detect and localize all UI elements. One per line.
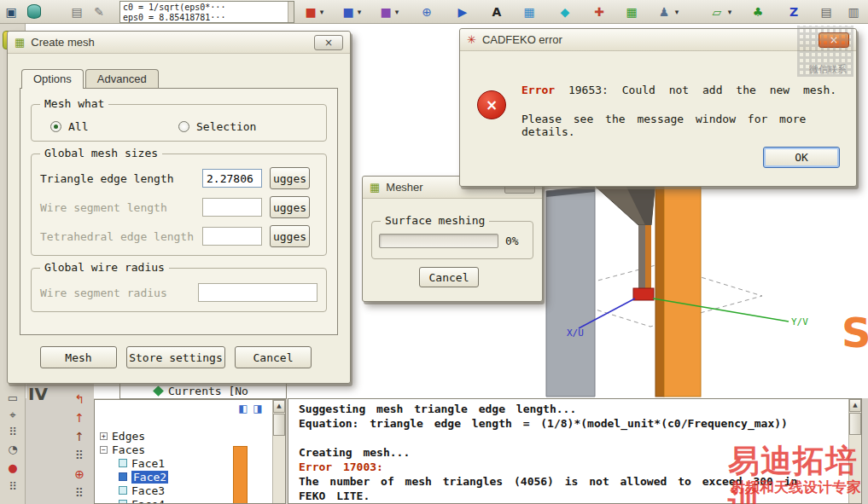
close-icon[interactable]: × — [818, 32, 849, 48]
tree-tool-icon[interactable]: ◧ — [237, 403, 249, 414]
redo-arrow-icon[interactable]: ↰ — [71, 391, 88, 408]
create-mesh-titlebar[interactable]: ▦ Create mesh × — [8, 32, 350, 54]
tree-tool-icon[interactable]: ◨ — [252, 403, 264, 414]
cancel-button[interactable]: Cancel — [235, 346, 312, 368]
tab-advanced[interactable]: Advanced — [85, 69, 159, 88]
chevron-down-icon[interactable]: ▾ — [725, 8, 734, 16]
currents-icon — [153, 385, 164, 397]
chevron-down-icon[interactable]: ▾ — [355, 8, 364, 16]
tree-item-face3[interactable]: Face3 — [100, 484, 285, 497]
workplane-icon[interactable]: ▱ — [708, 3, 725, 20]
dialog-title: Mesher — [386, 181, 422, 194]
wire-segment-length-input — [202, 198, 262, 217]
face-icon — [119, 459, 127, 467]
tree-item-face4[interactable]: Face4 — [100, 497, 285, 504]
error-icon: × — [477, 90, 506, 119]
error-titlebar[interactable]: ✳ CADFEKO error × — [460, 29, 856, 51]
collapse-icon[interactable]: − — [100, 446, 108, 454]
radio-selection[interactable]: Selection — [178, 120, 256, 133]
store-settings-button[interactable]: Store settings — [126, 346, 225, 368]
close-icon[interactable]: × — [314, 35, 343, 50]
axes-icon[interactable]: ✚ — [591, 3, 608, 20]
main-toolbar: ▣ ▤ ✎ c0 = 1/sqrt(eps0*··· eps0 = 8.8541… — [0, 0, 868, 24]
triangle-edge-length-input[interactable] — [202, 169, 262, 188]
up-arrow-icon[interactable]: ↑ — [71, 428, 88, 445]
user-icon[interactable]: ♟ — [655, 3, 673, 20]
wire-segment-radius-row: Wire segment radius — [40, 282, 317, 303]
up-arrow-icon[interactable]: ↑ — [71, 409, 88, 426]
add-point-icon[interactable]: ⊕ — [71, 466, 88, 483]
cadfeko-error-dialog: ✳ CADFEKO error × × Error 19653: Could n… — [459, 28, 857, 187]
tree-item-currents[interactable]: Currents [No — [119, 383, 287, 399]
dialog-title: CADFEKO error — [482, 33, 562, 46]
radio-button-icon[interactable] — [178, 121, 189, 132]
scroll-thumb[interactable] — [849, 413, 861, 435]
global-mesh-sizes-group: Global mesh sizes Triangle edge length u… — [31, 154, 327, 256]
tree-view-icon[interactable]: ♣ — [749, 3, 766, 20]
group-legend: Mesh what — [40, 97, 108, 110]
film-icon[interactable]: ▤ — [818, 3, 835, 20]
error-message-line1: Error 19653: Could not add the new mesh. — [521, 84, 836, 96]
group-legend: Surface meshing — [381, 214, 489, 227]
suggest-button[interactable]: ugges — [270, 225, 310, 247]
radio-button-icon[interactable] — [50, 121, 61, 132]
grid-dots-icon[interactable]: ⠿ — [5, 425, 20, 440]
mesh-dots-icon[interactable]: ⠿ — [71, 484, 88, 501]
cancel-button[interactable]: Cancel — [419, 267, 479, 287]
model-tree-panel: ◧ ◨ + Edges − Faces Face1 Face2 Face3 Fa… — [94, 399, 286, 504]
mesh-dots-icon[interactable]: ⠿ — [5, 479, 20, 495]
select-tool-icon[interactable]: ▭ — [5, 391, 20, 406]
chevron-down-icon[interactable]: ▾ — [317, 8, 326, 16]
tree-item-faces[interactable]: − Faces — [100, 443, 285, 456]
film-icon[interactable]: ▥ — [845, 3, 862, 20]
variables-scrollbar[interactable] — [288, 2, 294, 22]
wire-sphere-icon[interactable]: ⊕ — [418, 3, 435, 20]
error-message-line2: Please see the message window for more d… — [521, 113, 856, 138]
tree-label: Edges — [112, 430, 145, 443]
tree-item-face2[interactable]: Face2 — [100, 470, 285, 484]
z-axis-icon[interactable]: Z — [785, 3, 802, 20]
suggest-button[interactable]: ugges — [270, 167, 310, 189]
label-icon[interactable]: A — [488, 3, 505, 20]
tree-item-face1[interactable]: Face1 — [100, 456, 285, 470]
message-error-line: Error 17003: — [299, 460, 844, 474]
union-cube-icon[interactable]: ■ — [302, 3, 319, 20]
error-app-icon: ✳ — [467, 33, 476, 46]
scroll-up-icon[interactable]: ▲ — [849, 399, 861, 412]
chevron-down-icon[interactable]: ▾ — [673, 8, 681, 16]
message-scrollbar[interactable]: ▲ — [848, 399, 861, 503]
diamond-icon[interactable]: ◆ — [556, 3, 574, 20]
dialog-title: Create mesh — [31, 36, 94, 49]
cylinder-primitive-icon[interactable] — [27, 4, 41, 19]
edit-pencil-icon[interactable]: ✎ — [90, 3, 108, 20]
mesh-button[interactable]: Mesh — [40, 346, 117, 368]
axis-xu-label: X/U — [567, 327, 584, 339]
sketch-page-icon[interactable]: ▤ — [68, 3, 85, 20]
scroll-up-icon[interactable]: ▲ — [273, 400, 285, 413]
scroll-thumb[interactable] — [273, 414, 285, 436]
meshing-progress-bar — [379, 234, 498, 248]
target-tool-icon[interactable]: ⌖ — [5, 408, 20, 423]
app-icon[interactable]: ▣ — [3, 3, 20, 20]
subtract-cube-icon[interactable]: ■ — [340, 3, 357, 20]
suggest-button[interactable]: ugges — [270, 196, 310, 218]
variable-line-2: eps0 = 8.85418781··· — [123, 13, 285, 23]
ok-button[interactable]: OK — [763, 147, 840, 168]
rotate-tool-icon[interactable]: ◔ — [5, 442, 20, 457]
face-icon — [119, 472, 127, 481]
variables-display[interactable]: c0 = 1/sqrt(eps0*··· eps0 = 8.85418781··… — [119, 1, 294, 23]
ray-icon[interactable]: ▶ — [454, 3, 471, 20]
tree-scrollbar[interactable]: ▲ — [272, 400, 285, 503]
grid-dots-icon[interactable]: ⠿ — [71, 447, 88, 464]
tab-options[interactable]: Options — [21, 69, 84, 89]
message-line: Suggesting mesh triangle edge length... — [299, 402, 844, 416]
chevron-down-icon[interactable]: ▾ — [393, 8, 401, 16]
tree-item-edges[interactable]: + Edges — [100, 429, 285, 443]
antenna-model[interactable] — [546, 181, 701, 397]
grid-icon[interactable]: ▦ — [623, 3, 640, 20]
intersect-cube-icon[interactable]: ■ — [377, 3, 394, 20]
image-view-icon[interactable]: ▦ — [521, 3, 538, 20]
radio-all[interactable]: All — [50, 120, 178, 133]
points-tool-icon[interactable]: ● — [5, 461, 20, 476]
expand-icon[interactable]: + — [100, 432, 108, 440]
